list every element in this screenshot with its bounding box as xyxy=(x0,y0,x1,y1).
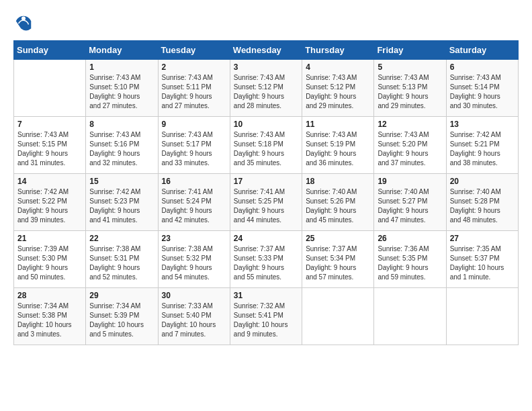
week-row-3: 14Sunrise: 7:42 AM Sunset: 5:22 PM Dayli… xyxy=(14,174,519,231)
day-cell: 18Sunrise: 7:40 AM Sunset: 5:26 PM Dayli… xyxy=(302,174,374,231)
day-info: Sunrise: 7:38 AM Sunset: 5:32 PM Dayligh… xyxy=(162,244,226,282)
day-cell: 23Sunrise: 7:38 AM Sunset: 5:32 PM Dayli… xyxy=(158,231,230,288)
day-cell: 10Sunrise: 7:43 AM Sunset: 5:18 PM Dayli… xyxy=(230,117,302,174)
calendar-header: SundayMondayTuesdayWednesdayThursdayFrid… xyxy=(14,41,519,60)
day-info: Sunrise: 7:43 AM Sunset: 5:18 PM Dayligh… xyxy=(234,130,298,168)
day-cell: 12Sunrise: 7:43 AM Sunset: 5:20 PM Dayli… xyxy=(374,117,446,174)
header-cell-sunday: Sunday xyxy=(14,41,86,60)
day-cell: 5Sunrise: 7:43 AM Sunset: 5:13 PM Daylig… xyxy=(374,60,446,117)
day-cell: 16Sunrise: 7:41 AM Sunset: 5:24 PM Dayli… xyxy=(158,174,230,231)
day-info: Sunrise: 7:32 AM Sunset: 5:41 PM Dayligh… xyxy=(234,302,298,339)
calendar-body: 1Sunrise: 7:43 AM Sunset: 5:10 PM Daylig… xyxy=(14,60,519,345)
day-cell xyxy=(374,288,446,345)
day-cell: 4Sunrise: 7:43 AM Sunset: 5:12 PM Daylig… xyxy=(302,60,374,117)
day-cell: 31Sunrise: 7:32 AM Sunset: 5:41 PM Dayli… xyxy=(230,288,302,345)
day-number: 22 xyxy=(89,234,154,243)
header-row: SundayMondayTuesdayWednesdayThursdayFrid… xyxy=(14,41,519,60)
day-cell: 22Sunrise: 7:38 AM Sunset: 5:31 PM Dayli… xyxy=(86,231,158,288)
day-cell: 11Sunrise: 7:43 AM Sunset: 5:19 PM Dayli… xyxy=(302,117,374,174)
day-cell: 8Sunrise: 7:43 AM Sunset: 5:16 PM Daylig… xyxy=(86,117,158,174)
header-cell-saturday: Saturday xyxy=(446,41,518,60)
day-cell xyxy=(14,60,86,117)
logo xyxy=(13,13,36,34)
day-number: 18 xyxy=(306,177,370,186)
day-number: 23 xyxy=(162,234,226,243)
day-number: 13 xyxy=(450,120,515,129)
day-info: Sunrise: 7:43 AM Sunset: 5:10 PM Dayligh… xyxy=(89,73,154,111)
day-number: 15 xyxy=(89,177,154,186)
day-number: 12 xyxy=(378,120,442,129)
header-cell-thursday: Thursday xyxy=(302,41,374,60)
day-info: Sunrise: 7:43 AM Sunset: 5:19 PM Dayligh… xyxy=(306,130,370,168)
svg-point-1 xyxy=(21,17,26,21)
day-info: Sunrise: 7:33 AM Sunset: 5:40 PM Dayligh… xyxy=(162,302,226,339)
day-cell: 24Sunrise: 7:37 AM Sunset: 5:33 PM Dayli… xyxy=(230,231,302,288)
day-number: 17 xyxy=(234,177,298,186)
day-cell: 26Sunrise: 7:36 AM Sunset: 5:35 PM Dayli… xyxy=(374,231,446,288)
day-cell: 21Sunrise: 7:39 AM Sunset: 5:30 PM Dayli… xyxy=(14,231,86,288)
day-number: 27 xyxy=(450,234,515,243)
day-cell: 29Sunrise: 7:34 AM Sunset: 5:39 PM Dayli… xyxy=(86,288,158,345)
header-cell-monday: Monday xyxy=(86,41,158,60)
day-info: Sunrise: 7:42 AM Sunset: 5:23 PM Dayligh… xyxy=(89,187,154,225)
day-number: 19 xyxy=(378,177,442,186)
day-info: Sunrise: 7:43 AM Sunset: 5:12 PM Dayligh… xyxy=(234,73,298,111)
day-number: 4 xyxy=(306,62,370,72)
day-cell: 3Sunrise: 7:43 AM Sunset: 5:12 PM Daylig… xyxy=(230,60,302,117)
day-cell: 6Sunrise: 7:43 AM Sunset: 5:14 PM Daylig… xyxy=(446,60,518,117)
day-number: 10 xyxy=(234,120,298,129)
day-info: Sunrise: 7:35 AM Sunset: 5:37 PM Dayligh… xyxy=(450,244,515,282)
week-row-5: 28Sunrise: 7:34 AM Sunset: 5:38 PM Dayli… xyxy=(14,288,519,345)
day-number: 29 xyxy=(89,291,154,300)
day-number: 24 xyxy=(234,234,298,243)
calendar-table: SundayMondayTuesdayWednesdayThursdayFrid… xyxy=(13,40,519,345)
day-cell: 28Sunrise: 7:34 AM Sunset: 5:38 PM Dayli… xyxy=(14,288,86,345)
day-cell: 17Sunrise: 7:41 AM Sunset: 5:25 PM Dayli… xyxy=(230,174,302,231)
day-number: 6 xyxy=(450,62,515,72)
day-cell: 30Sunrise: 7:33 AM Sunset: 5:40 PM Dayli… xyxy=(158,288,230,345)
day-cell: 19Sunrise: 7:40 AM Sunset: 5:27 PM Dayli… xyxy=(374,174,446,231)
day-cell: 9Sunrise: 7:43 AM Sunset: 5:17 PM Daylig… xyxy=(158,117,230,174)
day-cell: 7Sunrise: 7:43 AM Sunset: 5:15 PM Daylig… xyxy=(14,117,86,174)
day-number: 20 xyxy=(450,177,515,186)
day-cell: 2Sunrise: 7:43 AM Sunset: 5:11 PM Daylig… xyxy=(158,60,230,117)
day-info: Sunrise: 7:41 AM Sunset: 5:25 PM Dayligh… xyxy=(234,187,298,225)
week-row-2: 7Sunrise: 7:43 AM Sunset: 5:15 PM Daylig… xyxy=(14,117,519,174)
day-info: Sunrise: 7:34 AM Sunset: 5:38 PM Dayligh… xyxy=(17,302,82,339)
day-cell: 20Sunrise: 7:40 AM Sunset: 5:28 PM Dayli… xyxy=(446,174,518,231)
day-info: Sunrise: 7:42 AM Sunset: 5:22 PM Dayligh… xyxy=(17,187,82,225)
day-number: 8 xyxy=(89,120,154,129)
header-cell-tuesday: Tuesday xyxy=(158,41,230,60)
day-info: Sunrise: 7:43 AM Sunset: 5:17 PM Dayligh… xyxy=(162,130,226,168)
day-cell: 15Sunrise: 7:42 AM Sunset: 5:23 PM Dayli… xyxy=(86,174,158,231)
day-number: 7 xyxy=(17,120,82,129)
day-cell xyxy=(302,288,374,345)
day-info: Sunrise: 7:40 AM Sunset: 5:27 PM Dayligh… xyxy=(378,187,442,225)
day-number: 3 xyxy=(234,62,298,72)
day-number: 16 xyxy=(162,177,226,186)
day-number: 5 xyxy=(378,62,442,72)
day-number: 1 xyxy=(89,62,154,72)
day-number: 11 xyxy=(306,120,370,129)
day-cell: 1Sunrise: 7:43 AM Sunset: 5:10 PM Daylig… xyxy=(86,60,158,117)
day-info: Sunrise: 7:43 AM Sunset: 5:11 PM Dayligh… xyxy=(162,73,226,111)
day-cell: 25Sunrise: 7:37 AM Sunset: 5:34 PM Dayli… xyxy=(302,231,374,288)
day-info: Sunrise: 7:36 AM Sunset: 5:35 PM Dayligh… xyxy=(378,244,442,282)
day-cell xyxy=(446,288,518,345)
header-cell-wednesday: Wednesday xyxy=(230,41,302,60)
day-info: Sunrise: 7:39 AM Sunset: 5:30 PM Dayligh… xyxy=(17,244,82,282)
day-number: 30 xyxy=(162,291,226,300)
day-info: Sunrise: 7:43 AM Sunset: 5:15 PM Dayligh… xyxy=(17,130,82,168)
day-number: 21 xyxy=(17,234,82,243)
day-info: Sunrise: 7:43 AM Sunset: 5:16 PM Dayligh… xyxy=(89,130,154,168)
logo-icon xyxy=(13,13,34,34)
day-cell: 27Sunrise: 7:35 AM Sunset: 5:37 PM Dayli… xyxy=(446,231,518,288)
day-number: 25 xyxy=(306,234,370,243)
day-info: Sunrise: 7:37 AM Sunset: 5:34 PM Dayligh… xyxy=(306,244,370,282)
day-info: Sunrise: 7:43 AM Sunset: 5:20 PM Dayligh… xyxy=(378,130,442,168)
week-row-4: 21Sunrise: 7:39 AM Sunset: 5:30 PM Dayli… xyxy=(14,231,519,288)
day-number: 9 xyxy=(162,120,226,129)
day-cell: 13Sunrise: 7:42 AM Sunset: 5:21 PM Dayli… xyxy=(446,117,518,174)
day-info: Sunrise: 7:43 AM Sunset: 5:13 PM Dayligh… xyxy=(378,73,442,111)
day-number: 14 xyxy=(17,177,82,186)
